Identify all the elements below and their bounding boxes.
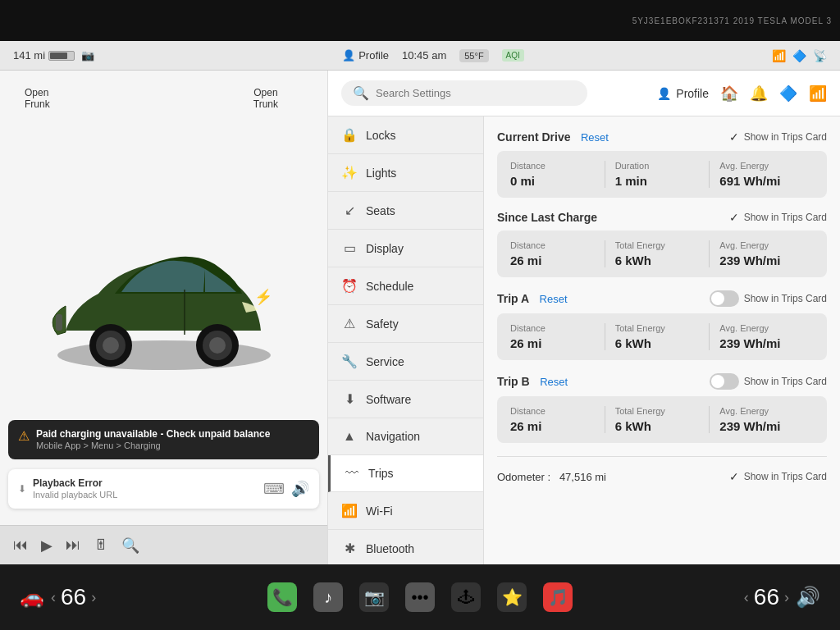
speed-increase-right[interactable]: › xyxy=(784,589,789,606)
battery-fill xyxy=(50,52,67,59)
slc-total-energy-label: Total Energy xyxy=(615,240,700,250)
trip-b-section: Trip B Reset Show in Trips Card xyxy=(497,373,827,443)
camera-icon: 📷 xyxy=(81,49,94,62)
equalizer-button[interactable]: 🎚 xyxy=(94,536,108,554)
charging-warning: ⚠ Paid charging unavailable - Check unpa… xyxy=(8,420,319,459)
slc-distance: Distance 26 mi xyxy=(510,240,605,267)
sidebar-item-trips[interactable]: 〰 Trips xyxy=(328,455,483,492)
sidebar-label-software: Software xyxy=(366,393,411,406)
since-last-charge-stats: Distance 26 mi Total Energy 6 kWh Avg. E… xyxy=(497,231,827,277)
sidebar-item-locks[interactable]: 🔒 Locks xyxy=(328,116,483,154)
play-button[interactable]: ▶ xyxy=(41,536,52,555)
open-frunk-label: OpenFrunk xyxy=(25,87,50,110)
open-frunk-button[interactable]: OpenFrunk xyxy=(25,87,50,110)
distance-value-1: 0 mi xyxy=(510,174,595,188)
phone-app-icon[interactable]: 📞 xyxy=(267,582,297,612)
trip-b-toggle[interactable] xyxy=(710,373,739,390)
keyboard-icon: ⌨ xyxy=(263,480,285,498)
trip-b-reset-button[interactable]: Reset xyxy=(540,376,568,388)
safety-icon: ⚠ xyxy=(341,316,358,331)
joystick-app-icon[interactable]: 🕹 xyxy=(451,582,481,612)
bluetooth-header-icon[interactable]: 🔷 xyxy=(779,84,797,103)
sidebar-item-safety[interactable]: ⚠ Safety xyxy=(328,305,483,343)
car-icon[interactable]: 🚗 xyxy=(20,586,44,609)
speaker-icon[interactable]: 🔊 xyxy=(291,480,309,498)
svg-point-4 xyxy=(103,337,119,354)
slc-avg-energy-value: 239 Wh/mi xyxy=(719,253,804,267)
trip-b-distance-label: Distance xyxy=(510,406,595,416)
bell-icon[interactable]: 🔔 xyxy=(750,84,768,103)
speed-decrease-left[interactable]: ‹ xyxy=(51,589,56,606)
more-app-icon[interactable]: ••• xyxy=(405,582,435,612)
sidebar-item-schedule[interactable]: ⏰ Schedule xyxy=(328,267,483,305)
screen: 141 mi 📷 👤 Profile 10:45 am 55°F AQI 📶 🔷… xyxy=(0,41,840,564)
search-input[interactable] xyxy=(376,87,576,99)
trip-a-avg-energy: Avg. Energy 239 Wh/mi xyxy=(710,323,814,350)
slc-distance-value: 26 mi xyxy=(510,253,595,267)
profile-button-top[interactable]: 👤 Profile xyxy=(342,49,389,62)
sidebar-item-lights[interactable]: ✨ Lights xyxy=(328,154,483,192)
time-display: 10:45 am xyxy=(402,49,446,62)
slc-avg-energy-label: Avg. Energy xyxy=(719,240,804,250)
current-drive-title: Current Drive xyxy=(497,130,570,144)
search-button[interactable]: 🔍 xyxy=(121,536,139,555)
sidebar-label-locks: Locks xyxy=(366,129,396,142)
svg-point-0 xyxy=(57,340,271,370)
current-drive-reset-button[interactable]: Reset xyxy=(581,131,609,144)
speed-decrease-right[interactable]: ‹ xyxy=(744,589,749,606)
current-drive-duration: Duration 1 min xyxy=(605,161,710,188)
home-icon[interactable]: 🏠 xyxy=(720,84,738,103)
trip-a-section: Trip A Reset Show in Trips Card xyxy=(497,290,827,360)
sidebar-item-seats[interactable]: ↙ Seats xyxy=(328,192,483,230)
car-illustration: ⚡ xyxy=(33,199,295,396)
prev-track-button[interactable]: ⏮ xyxy=(13,536,28,554)
search-icon: 🔍 xyxy=(353,85,369,101)
sidebar-item-navigation[interactable]: ▲ Navigation xyxy=(328,418,483,455)
temperature-badge: 55°F xyxy=(459,49,488,62)
volume-icon[interactable]: 🔊 xyxy=(796,586,820,609)
music-app-icon[interactable]: ♪ xyxy=(313,582,343,612)
open-trunk-button[interactable]: OpenTrunk xyxy=(253,87,278,110)
wifi-sidebar-icon: 📶 xyxy=(341,503,358,518)
status-bar-left: 141 mi 📷 xyxy=(13,49,94,62)
search-box[interactable]: 🔍 xyxy=(341,80,587,106)
sidebar-item-service[interactable]: 🔧 Service xyxy=(328,343,483,381)
trip-a-reset-button[interactable]: Reset xyxy=(540,293,568,305)
profile-header-button[interactable]: 👤 Profile xyxy=(657,87,709,100)
odometer-divider xyxy=(497,456,827,457)
sidebar-item-display[interactable]: ▭ Display xyxy=(328,230,483,267)
trip-a-toggle[interactable] xyxy=(710,290,739,307)
sidebar-item-wifi[interactable]: 📶 Wi-Fi xyxy=(328,492,483,530)
trip-a-total-energy-label: Total Energy xyxy=(615,323,700,333)
current-drive-distance: Distance 0 mi xyxy=(510,161,605,188)
signal-header-icon[interactable]: 📶 xyxy=(809,84,827,103)
taskbar-right: ‹ 66 › 🔊 xyxy=(744,584,820,610)
taskbar: 🚗 ‹ 66 › 📞 ♪ 📷 ••• 🕹 ⭐ 🎵 ‹ 66 › 🔊 xyxy=(0,564,840,630)
service-icon: 🔧 xyxy=(341,354,358,369)
locks-icon: 🔒 xyxy=(341,127,358,143)
emoji-app-icon[interactable]: ⭐ xyxy=(497,582,527,612)
camera-app-icon[interactable]: 📷 xyxy=(359,582,389,612)
distance-label-1: Distance xyxy=(510,161,595,171)
trip-a-header: Trip A Reset Show in Trips Card xyxy=(497,290,827,307)
odometer-show-trips: ✓ Show in Trips Card xyxy=(729,470,827,483)
warning-message: Paid charging unavailable - Check unpaid… xyxy=(36,428,270,440)
sidebar-label-display: Display xyxy=(366,242,404,255)
battery-indicator: 141 mi xyxy=(13,49,75,62)
sidebar-label-seats: Seats xyxy=(366,204,395,217)
next-track-button[interactable]: ⏭ xyxy=(66,536,80,554)
svg-rect-9 xyxy=(56,314,62,331)
svg-point-7 xyxy=(209,337,226,354)
aq-badge: AQI xyxy=(502,49,524,62)
sidebar-item-software[interactable]: ⬇ Software xyxy=(328,381,483,418)
current-drive-stats: Distance 0 mi Duration 1 min Avg. Energy… xyxy=(497,151,827,198)
duration-value: 1 min xyxy=(615,174,700,188)
sidebar-item-bluetooth[interactable]: ✱ Bluetooth xyxy=(328,530,483,564)
trip-b-avg-energy-label: Avg. Energy xyxy=(719,406,804,416)
current-drive-show-trips: ✓ Show in Trips Card xyxy=(729,130,827,144)
speed-increase-left[interactable]: › xyxy=(91,589,96,606)
sidebar-label-bluetooth: Bluetooth xyxy=(366,542,414,555)
media-app-icon[interactable]: 🎵 xyxy=(543,582,573,612)
main-content: OpenFrunk OpenTrunk xyxy=(0,71,840,564)
taskbar-left: 🚗 ‹ 66 › xyxy=(20,584,96,610)
